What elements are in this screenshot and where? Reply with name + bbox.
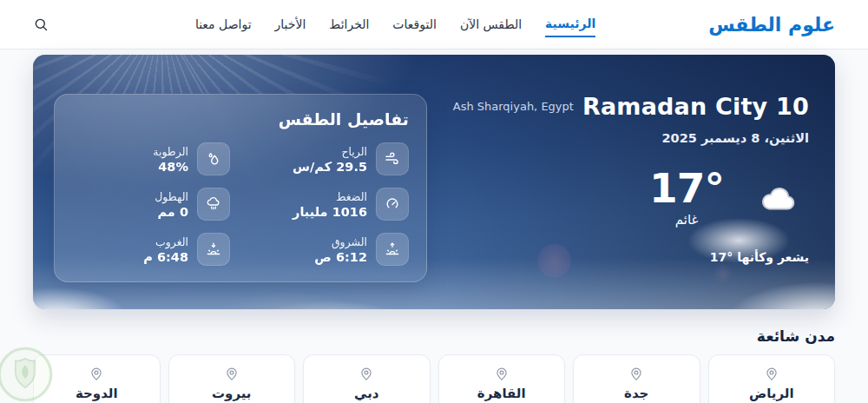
- city-card-cairo[interactable]: القاهرة مصر: [438, 354, 566, 403]
- detail-label: الغروب: [143, 235, 188, 248]
- wind-icon: [376, 142, 409, 175]
- detail-pressure: الضغط 1016 مليبار: [251, 188, 409, 221]
- detail-label: الرياح: [293, 145, 367, 158]
- detail-label: الهطول: [155, 190, 188, 203]
- weather-details-panel: تفاصيل الطقس الرياح 29.5 كم/س: [54, 94, 427, 282]
- nav-item-weather-now[interactable]: الطقس الآن: [460, 12, 522, 36]
- city-name: جدة: [574, 386, 700, 401]
- location-pin-icon: [34, 366, 160, 381]
- nav-item-news[interactable]: الأخبار: [275, 12, 306, 36]
- city-title: Ramadan City 10: [582, 93, 809, 120]
- popular-cities-title: مدن شائعة: [33, 327, 835, 345]
- location-pin-icon: [439, 366, 565, 381]
- detail-precipitation: الهطول 0 مم: [72, 188, 230, 221]
- detail-sunrise: الشروق 6:12 ص: [251, 233, 409, 266]
- detail-label: الرطوبة: [153, 145, 188, 158]
- detail-label: الضغط: [293, 190, 367, 203]
- brand-logo[interactable]: علوم الطقس: [708, 14, 835, 36]
- detail-value: 0 مم: [155, 205, 188, 219]
- detail-value: 1016 مليبار: [293, 205, 367, 219]
- detail-wind: الرياح 29.5 كم/س: [251, 142, 409, 175]
- precipitation-icon: [197, 188, 230, 221]
- detail-value: 6:48 م: [143, 250, 188, 264]
- city-name: الرياض: [709, 386, 835, 401]
- sunrise-icon: [376, 233, 409, 266]
- city-name: بيروت: [169, 386, 295, 401]
- city-name: القاهرة: [439, 386, 565, 401]
- humidity-icon: [197, 142, 230, 175]
- city-card-jeddah[interactable]: جدة السعودية: [573, 354, 700, 403]
- detail-label: الشروق: [314, 235, 367, 248]
- city-name: دبي: [304, 386, 430, 401]
- temperature-value: 17°: [649, 168, 724, 208]
- feels-like-label: يشعر وكأنها °17: [453, 250, 809, 264]
- location-pin-icon: [304, 366, 430, 381]
- nav-item-home[interactable]: الرئيسية: [545, 11, 595, 37]
- city-card-riyadh[interactable]: الرياض السعودية: [708, 354, 836, 403]
- detail-value: 29.5 كم/س: [293, 160, 367, 174]
- condition-label: غائم: [649, 212, 724, 228]
- location-pin-icon: [574, 366, 700, 381]
- popular-cities-grid: الرياض السعودية جدة السعودية القاهرة مصر…: [33, 354, 835, 403]
- region-label: Ash Sharqiyah, Egypt: [453, 100, 574, 113]
- city-card-dubai[interactable]: دبي الإمارات: [303, 354, 431, 403]
- search-icon: [33, 17, 49, 33]
- city-card-beirut[interactable]: بيروت لبنان: [168, 354, 296, 403]
- pressure-icon: [376, 188, 409, 221]
- main-nav: الرئيسية الطقس الآن التوقعات الخرائط الأ…: [195, 11, 595, 37]
- current-date: الاثنين، 8 ديسمبر 2025: [453, 131, 809, 145]
- detail-sunset: الغروب 6:48 م: [72, 233, 230, 266]
- detail-value: 48%: [153, 160, 188, 174]
- sunset-icon: [197, 233, 230, 266]
- current-weather-summary: Ramadan City 10 Ash Sharqiyah, Egypt الا…: [453, 93, 809, 264]
- detail-value: 6:12 ص: [314, 250, 367, 264]
- city-name: الدوحة: [34, 386, 160, 401]
- cloud-icon: [757, 182, 800, 214]
- location-pin-icon: [709, 366, 835, 381]
- details-title: تفاصيل الطقس: [72, 109, 409, 129]
- nav-item-forecasts[interactable]: التوقعات: [392, 12, 437, 36]
- detail-humidity: الرطوبة 48%: [72, 142, 230, 175]
- top-navbar: علوم الطقس الرئيسية الطقس الآن التوقعات …: [0, 0, 868, 50]
- city-card-doha[interactable]: الدوحة قطر: [33, 354, 161, 403]
- hero-weather-card: Ramadan City 10 Ash Sharqiyah, Egypt الا…: [33, 55, 835, 309]
- nav-item-maps[interactable]: الخرائط: [329, 12, 369, 36]
- search-button[interactable]: [33, 17, 49, 33]
- location-pin-icon: [169, 366, 295, 381]
- nav-item-contact[interactable]: تواصل معنا: [195, 12, 252, 36]
